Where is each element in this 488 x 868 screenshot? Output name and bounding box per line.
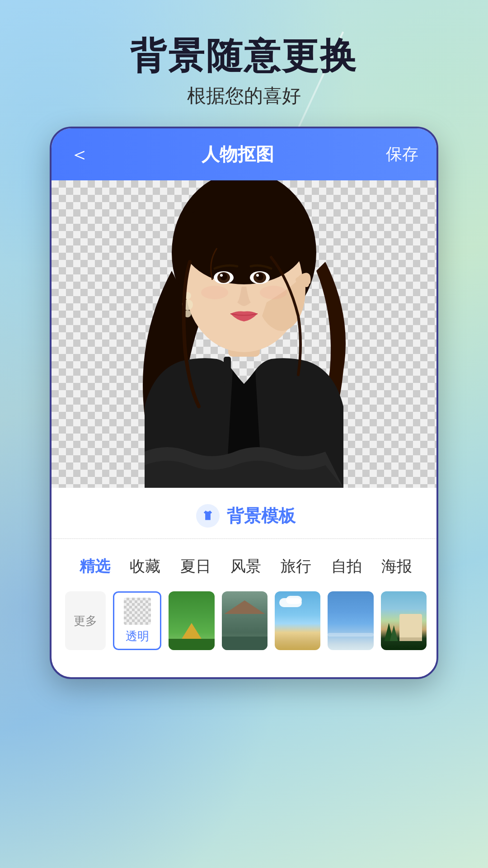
main-title: 背景随意更换: [130, 36, 358, 76]
main-content: 背景随意更换 根据您的喜好 ＜ 人物抠图 保存: [0, 0, 488, 868]
tab-poster[interactable]: 海报: [372, 552, 422, 580]
svg-rect-15: [224, 357, 231, 384]
shirt-icon: [196, 504, 220, 528]
checkerboard-icon: [124, 598, 151, 625]
thumbnail-resort[interactable]: [381, 591, 427, 650]
svg-point-7: [220, 274, 223, 277]
tab-travel[interactable]: 旅行: [271, 552, 321, 580]
more-label: 更多: [74, 613, 97, 629]
tab-favorites[interactable]: 收藏: [120, 552, 170, 580]
category-tabs-container: 精选 收藏 夏日 风景 旅行 自拍 海报: [52, 548, 438, 591]
bottom-space: [0, 679, 488, 868]
thumbnail-ocean[interactable]: [328, 591, 373, 650]
app-title: 人物抠图: [202, 142, 274, 167]
thumbnail-nature1[interactable]: [169, 591, 214, 650]
more-button[interactable]: 更多: [65, 591, 106, 650]
tab-summer[interactable]: 夏日: [170, 552, 221, 580]
thumbnail-transparent[interactable]: 透明: [113, 591, 161, 650]
tab-scenery[interactable]: 风景: [221, 552, 271, 580]
svg-point-3: [181, 194, 307, 284]
template-header: 背景模板: [52, 488, 438, 537]
back-button[interactable]: ＜: [70, 141, 89, 168]
svg-point-11: [256, 274, 259, 277]
svg-point-17: [260, 286, 287, 299]
transparent-label: 透明: [126, 628, 149, 644]
tab-selfie[interactable]: 自拍: [321, 552, 371, 580]
section-divider: [52, 538, 438, 539]
template-section-title: 背景模板: [227, 505, 296, 528]
header-section: 背景随意更换 根据您的喜好: [130, 0, 358, 108]
tab-featured[interactable]: 精选: [70, 552, 120, 580]
phone-mockup: ＜ 人物抠图 保存: [50, 127, 438, 679]
thumbnail-tent[interactable]: [222, 591, 267, 650]
portrait-svg: [99, 180, 389, 488]
thumbnail-sky[interactable]: [275, 591, 320, 650]
subject-portrait: [52, 180, 436, 488]
bottom-panel: 背景模板 精选 收藏 夏日 风景 旅行 自拍 海报 更多: [52, 488, 438, 677]
thumbnail-row: 更多 透明: [52, 591, 438, 659]
svg-point-16: [201, 286, 228, 299]
app-topbar: ＜ 人物抠图 保存: [52, 128, 436, 180]
image-editor-area: [52, 180, 436, 488]
save-button[interactable]: 保存: [386, 143, 418, 165]
sub-title: 根据您的喜好: [130, 83, 358, 108]
